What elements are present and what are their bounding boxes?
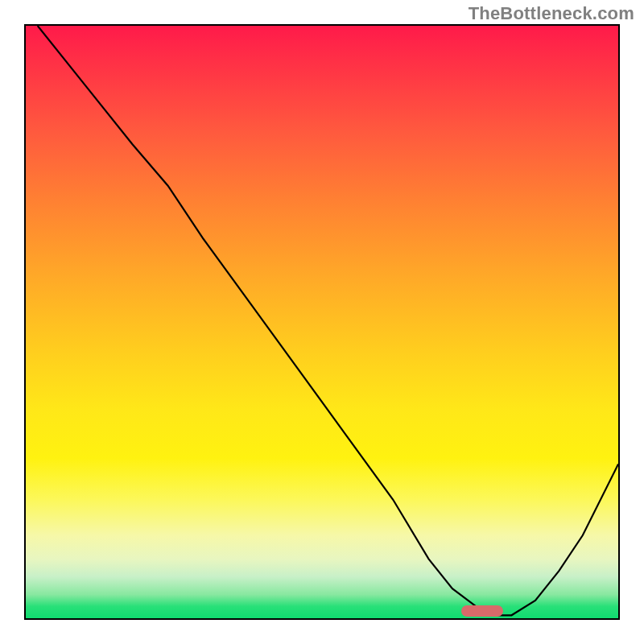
plot-area xyxy=(24,24,620,620)
bottleneck-curve xyxy=(26,26,618,618)
optimal-marker xyxy=(461,605,503,617)
watermark-text: TheBottleneck.com xyxy=(469,3,634,24)
